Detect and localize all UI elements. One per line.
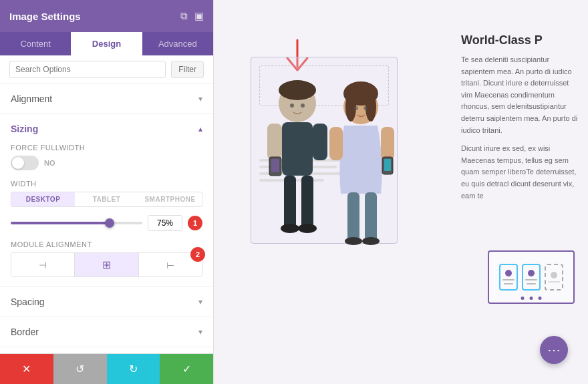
sizing-chevron: ▴: [198, 124, 202, 134]
redo-button[interactable]: ↻: [107, 354, 160, 384]
dot: [551, 272, 557, 278]
sizing-body: Force Fullwidth NO Width DESKTOP: [0, 144, 213, 286]
overlay-item-2: [522, 264, 541, 291]
border-header[interactable]: Border ▾: [0, 317, 213, 347]
svg-rect-17: [381, 127, 394, 160]
device-tab-tablet[interactable]: TABLET: [75, 192, 138, 206]
dot: [505, 270, 512, 276]
alignment-section: Alignment ▾: [0, 84, 213, 114]
svg-rect-8: [271, 159, 279, 172]
filter-button[interactable]: Filter: [171, 61, 204, 78]
border-chevron: ▾: [198, 327, 202, 337]
align-left-icon: ⊣: [39, 260, 47, 270]
left-panel: Image Settings ⧉ ▣ Content Design Advanc…: [0, 0, 214, 384]
overlay-item-1: [499, 264, 518, 291]
right-panel: World-Class P Te sea deleniti suscipiant…: [214, 0, 588, 384]
search-input[interactable]: [9, 61, 166, 78]
slider-fill: [11, 222, 110, 224]
badge-2[interactable]: 2: [190, 247, 205, 262]
svg-point-23: [345, 237, 362, 245]
spacing-section: Spacing ▾: [0, 287, 213, 317]
spacing-header[interactable]: Spacing ▾: [0, 287, 213, 317]
svg-rect-22: [365, 192, 377, 242]
bottom-bar: ✕ ↺ ↻ ✓: [0, 353, 213, 384]
resize-dot[interactable]: [530, 297, 533, 300]
overlay-dots: [521, 297, 542, 300]
badge-1[interactable]: 1: [188, 216, 202, 230]
line: [502, 279, 514, 280]
svg-point-1: [279, 80, 316, 100]
svg-rect-3: [284, 176, 296, 229]
spacing-title: Spacing: [11, 297, 45, 307]
svg-point-10: [298, 224, 317, 233]
alignment-title: Alignment: [11, 93, 52, 104]
slider-row: 1: [11, 215, 202, 231]
text-content: World-Class P Te sea deleniti suscipiant…: [454, 27, 588, 215]
tabs-bar: Content Design Advanced: [0, 32, 213, 55]
spacing-chevron: ▾: [198, 297, 202, 307]
toggle-knob: [12, 157, 24, 169]
search-row: Filter: [0, 55, 213, 84]
svg-point-25: [354, 106, 358, 110]
save-button[interactable]: ✓: [160, 354, 213, 384]
sizing-header[interactable]: Sizing ▴: [0, 114, 213, 144]
close-button[interactable]: ✕: [0, 354, 53, 384]
header-icons: ⧉ ▣: [180, 10, 204, 22]
align-options: ⊣ ⊞ ⊢: [11, 252, 202, 277]
fab-button[interactable]: ⋯: [540, 336, 568, 364]
svg-point-26: [363, 106, 368, 110]
dot: [528, 270, 535, 276]
border-title: Border: [11, 327, 39, 337]
line: [525, 279, 537, 280]
overlay-items: [499, 264, 563, 291]
resize-dot[interactable]: [539, 297, 542, 300]
align-options-wrapper: ⊣ ⊞ ⊢ 2: [11, 252, 202, 277]
copy-icon[interactable]: ⧉: [180, 10, 188, 22]
svg-rect-5: [267, 124, 282, 160]
device-tab-smartphone[interactable]: SMARTPHONE: [138, 192, 202, 206]
tab-content[interactable]: Content: [0, 32, 71, 55]
slider-thumb[interactable]: [105, 218, 114, 228]
alignment-header[interactable]: Alignment ▾: [0, 84, 213, 114]
tab-design[interactable]: Design: [71, 32, 142, 55]
slider-value-input[interactable]: [148, 215, 182, 231]
module-alignment-label: Module Alignment: [11, 240, 202, 248]
panel-title: Image Settings: [9, 11, 81, 22]
world-class-title: World-Class P: [461, 33, 581, 47]
component-overlay: [488, 250, 575, 304]
force-fullwidth-label: Force Fullwidth: [11, 144, 202, 152]
svg-rect-2: [282, 122, 313, 176]
svg-rect-6: [313, 124, 327, 160]
preview-body-2: Dicunt iriure ex sed, ex wisi Maecenas t…: [461, 143, 581, 202]
svg-rect-18: [329, 127, 343, 160]
toggle-no-label: NO: [44, 159, 55, 167]
align-center-icon: ⊞: [102, 258, 111, 271]
undo-button[interactable]: ↺: [53, 354, 107, 384]
preview-body-1: Te sea deleniti suscipiantur sapientem m…: [461, 54, 581, 136]
fullwidth-toggle[interactable]: [11, 156, 39, 170]
svg-point-9: [281, 224, 299, 233]
fab-icon: ⋯: [547, 342, 561, 358]
people-illustration: [234, 53, 434, 301]
tab-advanced[interactable]: Advanced: [142, 32, 213, 55]
sizing-title: Sizing: [11, 124, 38, 134]
line: [527, 283, 536, 284]
overlay-item-3: [545, 264, 563, 291]
width-slider-track[interactable]: [11, 222, 142, 224]
toggle-row: NO: [11, 156, 202, 170]
line: [504, 283, 513, 284]
width-label: Width: [11, 180, 202, 188]
resize-dot[interactable]: [521, 297, 525, 300]
align-center[interactable]: ⊞: [75, 253, 138, 276]
align-left[interactable]: ⊣: [11, 253, 75, 276]
svg-rect-21: [347, 192, 359, 242]
svg-point-16: [365, 92, 376, 122]
box-shadow-header[interactable]: Box Shadow ▾: [0, 347, 213, 353]
module-alignment-section: Module Alignment ⊣ ⊞ ⊢: [11, 240, 202, 277]
layout-icon[interactable]: ▣: [194, 10, 204, 22]
panel-content: Filter Alignment ▾ Sizing ▴ Force Fullwi…: [0, 55, 213, 353]
width-section: Width DESKTOP TABLET SMARTPHONE: [11, 180, 202, 231]
device-tabs: DESKTOP TABLET SMARTPHONE: [11, 192, 202, 207]
device-tab-desktop[interactable]: DESKTOP: [11, 192, 75, 206]
svg-point-11: [290, 104, 294, 108]
